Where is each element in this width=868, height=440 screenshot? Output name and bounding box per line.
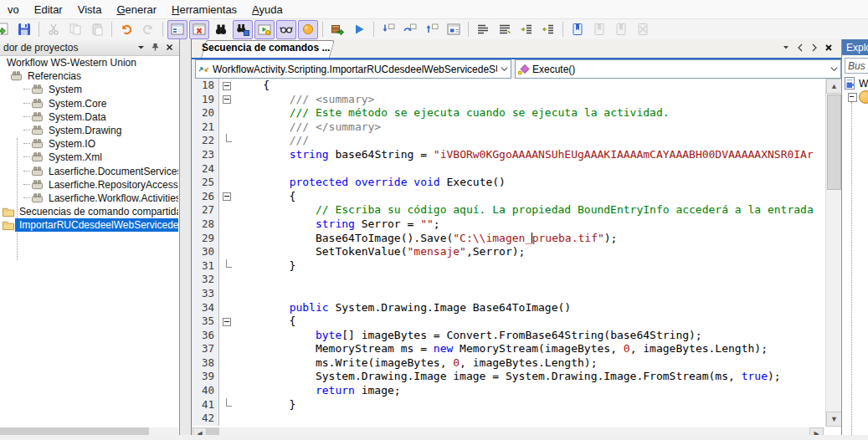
code-text: string Serror = ""; xyxy=(235,217,824,232)
new-script-button[interactable] xyxy=(0,20,13,39)
collapse-region-icon[interactable] xyxy=(223,192,231,201)
scroll-down-arrow-icon[interactable]: ▼ xyxy=(826,412,842,427)
line-number: 28 xyxy=(192,217,218,232)
collapse-region-icon[interactable] xyxy=(223,318,231,326)
tree-expander-icon[interactable] xyxy=(848,93,857,102)
tree-item-system-io[interactable]: System.IO xyxy=(0,137,178,151)
fold-margin xyxy=(218,79,235,93)
collapse-region-icon[interactable] xyxy=(223,95,231,104)
tree-item-system-core[interactable]: System.Core xyxy=(0,97,178,110)
tree-item-system-xml[interactable]: System.Xml xyxy=(0,151,178,164)
watch-window-button[interactable] xyxy=(276,20,296,39)
run-window-button[interactable] xyxy=(254,20,275,39)
start-debug-button[interactable] xyxy=(349,20,369,39)
toolbar-separator xyxy=(111,22,112,37)
panel-menu-chevron-icon[interactable] xyxy=(135,42,147,54)
toolbar-separator xyxy=(39,22,39,37)
token-ball-button[interactable] xyxy=(298,20,318,39)
scroll-tabs-right-icon[interactable] xyxy=(808,42,820,54)
code-text xyxy=(235,287,824,301)
line-number: 31 xyxy=(192,259,218,274)
menu-vo[interactable]: vo xyxy=(0,2,27,18)
tree-item-system-data[interactable]: System.Data xyxy=(0,110,178,124)
fold-margin xyxy=(218,162,235,177)
code-text: /// xyxy=(235,134,824,148)
code-editor-text-area[interactable]: 18 {19 /// <summary>20 /// Este método s… xyxy=(192,79,824,427)
code-line: 30 SetTokenValue("mensaje",Serror); xyxy=(192,245,824,259)
window-bottom-edge xyxy=(0,435,868,440)
scroll-tabs-left-icon[interactable] xyxy=(794,42,806,54)
fold-margin xyxy=(218,176,235,190)
decrease-indent-button[interactable] xyxy=(538,20,558,39)
properties-window-button[interactable] xyxy=(167,20,187,39)
tree-item-label: Workflow WS-Western Union xyxy=(5,56,138,69)
editor-vertical-scrollbar[interactable]: ▲ ▼ xyxy=(825,79,841,427)
toolbox-search-input[interactable]: Bus xyxy=(845,58,868,74)
fold-margin xyxy=(218,329,235,343)
method-dropdown-value: Execute() xyxy=(532,64,827,75)
panel-splitter[interactable] xyxy=(180,39,191,440)
tree-item-label: ImportarRUCdesdeelWebServicedeSUN xyxy=(18,218,178,232)
tree-item-laserfiche-documentservices[interactable]: Laserfiche.DocumentServices xyxy=(0,165,178,178)
toolbox-root-item[interactable]: W xyxy=(844,77,868,90)
save-button[interactable] xyxy=(14,20,34,39)
tree-item-label: System.Xml xyxy=(47,151,104,164)
pin-icon[interactable] xyxy=(149,42,162,54)
tree-item-laserfiche-repositoryaccess[interactable]: Laserfiche.RepositoryAccess xyxy=(0,178,178,192)
menu-editar[interactable]: Editar xyxy=(27,2,70,18)
tree-item-system-drawing[interactable]: System.Drawing xyxy=(0,124,178,137)
code-line: 33 xyxy=(192,287,824,301)
collapse-region-icon[interactable] xyxy=(223,82,231,90)
step-over-button[interactable] xyxy=(400,20,420,39)
step-into-button[interactable] xyxy=(378,20,398,39)
tree-connector-stub xyxy=(23,89,30,90)
code-text: return image; xyxy=(235,384,824,398)
tree-item-laserfiche-workflow-activities-83[interactable]: Laserfiche.Workflow.Activities.83 xyxy=(0,192,178,205)
toggle-bookmark-button[interactable] xyxy=(568,20,588,39)
find-in-files-button[interactable] xyxy=(233,20,253,39)
menu-herramientas[interactable]: Herramientas xyxy=(164,2,244,18)
step-out-button[interactable] xyxy=(422,20,442,39)
menu-ayuda[interactable]: Ayuda xyxy=(244,2,290,18)
tree-item-workflow-ws-western-union[interactable]: Workflow WS-Western Union xyxy=(0,56,178,69)
tab-list-chevron-icon[interactable] xyxy=(779,42,792,54)
tree-item-referencias[interactable]: Referencias xyxy=(0,69,178,83)
increase-indent-button[interactable] xyxy=(516,20,537,39)
tree-item-secuencias-de-comando-compartidas[interactable]: Secuencias de comando compartidas xyxy=(0,205,178,218)
menu-vista[interactable]: Vista xyxy=(70,2,110,18)
scroll-up-arrow-icon[interactable]: ▲ xyxy=(826,79,842,94)
folder-icon xyxy=(2,206,16,217)
scrollbar-thumb[interactable] xyxy=(827,95,841,190)
project-explorer-header: dor de proyectos xyxy=(0,39,179,56)
tab-label[interactable]: Secuencia de comandos ... xyxy=(202,42,330,54)
build-button[interactable] xyxy=(327,20,347,39)
code-text: ms.Write(imageBytes, 0, imageBytes.Lengt… xyxy=(235,356,824,371)
fold-margin xyxy=(218,412,235,426)
uncomment-lines-button[interactable] xyxy=(495,20,515,39)
error-list-button[interactable] xyxy=(189,20,209,39)
folder-icon xyxy=(2,219,16,231)
reference-icon xyxy=(31,125,45,136)
tree-item-system[interactable]: System xyxy=(0,83,178,96)
find-button[interactable] xyxy=(211,20,231,39)
code-text: // Escriba su código aquí. La propiedad … xyxy=(235,203,824,217)
close-icon[interactable] xyxy=(163,42,176,54)
tree-connector-stub xyxy=(23,171,30,172)
close-document-icon[interactable] xyxy=(822,42,835,54)
undo-button[interactable] xyxy=(116,20,136,39)
tree-item-label: Referencias xyxy=(26,69,83,83)
tree-connector-stub xyxy=(23,103,30,105)
code-text xyxy=(235,273,824,287)
reference-icon xyxy=(31,84,45,95)
fold-margin xyxy=(218,148,235,162)
tree-item-importarrucdesdeelwebservicedesun[interactable]: ImportarRUCdesdeelWebServicedeSUN xyxy=(0,218,178,232)
tree-item-label: Laserfiche.RepositoryAccess xyxy=(47,178,178,192)
fold-margin xyxy=(218,342,235,356)
tree-item-label: Laserfiche.DocumentServices xyxy=(47,165,178,178)
method-dropdown[interactable]: Execute() xyxy=(515,59,841,79)
code-line: 18 { xyxy=(192,79,824,93)
comment-lines-button[interactable] xyxy=(473,20,493,39)
class-dropdown[interactable]: WorkflowActivity.Scripting.ImportarRUCde… xyxy=(195,59,511,79)
breakpoints-window-button[interactable] xyxy=(444,20,464,39)
menu-generar[interactable]: Generar xyxy=(109,2,164,18)
